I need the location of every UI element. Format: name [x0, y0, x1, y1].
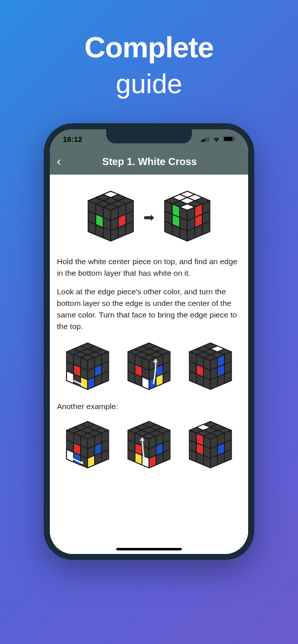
phone-frame: 16:12 ‹ Step 1. White Cross	[44, 123, 254, 560]
cube-row-middle	[57, 340, 241, 395]
home-indicator[interactable]	[116, 548, 182, 550]
cube-row-top: ➡	[57, 188, 241, 247]
svg-rect-2	[205, 138, 207, 142]
cube-ex1-b	[121, 340, 177, 395]
app-title: Step 1. White Cross	[68, 156, 231, 168]
phone-screen: 16:12 ‹ Step 1. White Cross	[50, 129, 248, 554]
cube-ex2-c	[183, 418, 238, 473]
cube-ex1-a	[60, 340, 115, 395]
svg-rect-6	[234, 138, 235, 140]
hero-light: guide	[0, 68, 298, 99]
cube-ex1-c	[183, 340, 238, 395]
app-bar: ‹ Step 1. White Cross	[50, 148, 248, 175]
svg-rect-0	[201, 140, 203, 142]
notch	[106, 129, 192, 143]
signal-icon	[201, 136, 210, 142]
hero-bold: Complete	[0, 30, 298, 64]
paragraph-1: Hold the white center piece on top, and …	[57, 256, 241, 279]
svg-rect-1	[203, 139, 205, 142]
cube-ex2-b	[121, 418, 177, 473]
svg-rect-5	[224, 137, 233, 141]
content-scroll[interactable]: ➡	[50, 175, 248, 554]
cube-after	[158, 188, 217, 247]
arrow-right-icon: ➡	[143, 210, 155, 225]
paragraph-2: Look at the edge piece's other color, an…	[57, 286, 241, 333]
status-time: 16:12	[63, 135, 82, 143]
status-icons	[201, 136, 235, 142]
battery-icon	[223, 136, 235, 142]
back-icon[interactable]: ‹	[57, 154, 61, 169]
wifi-icon	[212, 136, 220, 142]
cube-ex2-a	[60, 418, 115, 473]
another-example-label: Another example:	[57, 402, 241, 411]
svg-rect-3	[207, 137, 209, 142]
hero-text: Complete guide	[0, 0, 298, 99]
cube-row-bottom	[57, 418, 241, 473]
cube-before	[81, 188, 140, 247]
